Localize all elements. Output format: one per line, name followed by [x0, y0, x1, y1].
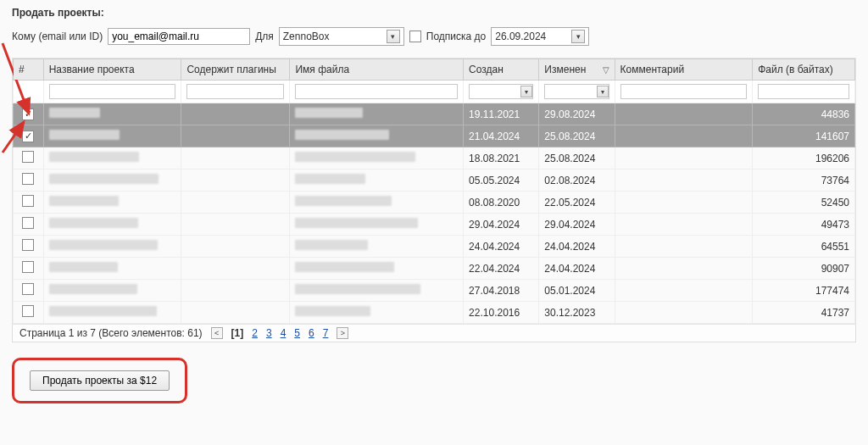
- cell-modified: 25.08.2024: [539, 125, 615, 147]
- row-checkbox[interactable]: [22, 195, 34, 207]
- cell-size: 52450: [753, 192, 855, 214]
- col-header-comment[interactable]: Комментарий: [615, 59, 753, 81]
- col-header-plugins[interactable]: Содержит плагины: [181, 59, 290, 81]
- filter-name-input[interactable]: [49, 84, 176, 99]
- cell-modified: 24.04.2024: [539, 258, 615, 280]
- col-header-modified[interactable]: Изменен ▽: [539, 59, 615, 81]
- filter-modified-select[interactable]: ▾: [544, 84, 609, 99]
- for-select-value: ZennoBox: [283, 31, 330, 42]
- cell-name-redacted: [49, 218, 138, 228]
- chevron-down-icon: ▾: [597, 86, 609, 97]
- pager-page-link[interactable]: 7: [323, 327, 329, 339]
- cell-created: 22.10.2016: [464, 302, 539, 324]
- cell-file-redacted: [295, 306, 370, 316]
- table-row[interactable]: 18.08.202125.08.2024196206: [14, 147, 855, 170]
- cell-file-redacted: [295, 262, 394, 272]
- chevron-down-icon: ▾: [520, 86, 532, 97]
- filter-file-input[interactable]: [295, 84, 458, 99]
- cell-size: 196206: [753, 147, 855, 170]
- pager-page-link[interactable]: 6: [309, 327, 314, 339]
- table-row[interactable]: 22.04.202424.04.202490907: [14, 258, 855, 280]
- to-label: Кому (email или ID): [12, 31, 103, 42]
- cell-file-redacted: [295, 174, 365, 184]
- cell-created: 21.04.2024: [464, 125, 539, 147]
- table-row[interactable]: 22.10.201630.12.202341737: [14, 302, 855, 324]
- cell-modified: 29.08.2024: [539, 103, 615, 125]
- cell-modified: 22.05.2024: [539, 192, 615, 214]
- cell-size: 49473: [753, 214, 855, 236]
- pager-prev-button[interactable]: <: [211, 327, 223, 339]
- filter-created-select[interactable]: ▾: [469, 84, 533, 99]
- table-row[interactable]: 05.05.202402.08.202473764: [14, 170, 855, 192]
- pager-page-link[interactable]: 2: [252, 327, 258, 339]
- for-select[interactable]: ZennoBox ▾: [279, 27, 404, 46]
- pager-next-button[interactable]: >: [337, 327, 348, 339]
- pager-page-link[interactable]: 5: [294, 327, 300, 339]
- cell-size: 73764: [753, 170, 855, 192]
- cell-size: 44836: [753, 103, 855, 125]
- cell-size: 41737: [753, 302, 855, 324]
- row-checkbox[interactable]: [22, 305, 34, 317]
- cell-file-redacted: [295, 130, 389, 140]
- pager-current-page: [1]: [231, 327, 244, 339]
- subscription-date-select[interactable]: 26.09.2024 ▾: [491, 27, 589, 46]
- chevron-down-icon: ▾: [571, 30, 585, 43]
- cell-name-redacted: [49, 284, 137, 294]
- cell-file-redacted: [295, 196, 392, 206]
- row-checkbox[interactable]: [22, 173, 34, 185]
- cell-name-redacted: [49, 240, 158, 250]
- cell-size: 177474: [753, 280, 855, 302]
- row-checkbox[interactable]: [22, 261, 34, 273]
- cell-size: 141607: [753, 125, 855, 147]
- cell-modified: 05.01.2024: [539, 280, 615, 302]
- pager: Страница 1 из 7 (Всего элементов: 61) < …: [12, 325, 856, 342]
- table-row[interactable]: 27.04.201805.01.2024177474: [14, 280, 855, 302]
- row-checkbox[interactable]: [22, 131, 34, 142]
- cell-modified: 25.08.2024: [539, 147, 615, 170]
- to-email-input[interactable]: [108, 28, 250, 45]
- table-filter-row: ▾ ▾: [14, 81, 855, 103]
- filter-comment-input[interactable]: [620, 84, 748, 99]
- row-checkbox[interactable]: [22, 151, 34, 163]
- col-header-file[interactable]: Имя файла: [290, 59, 464, 81]
- filter-size-input[interactable]: [758, 84, 849, 99]
- col-header-size[interactable]: Файл (в байтах): [753, 59, 855, 81]
- table-row[interactable]: 19.11.202129.08.202444836: [14, 103, 855, 125]
- cell-modified: 30.12.2023: [539, 302, 615, 324]
- row-checkbox[interactable]: [22, 217, 34, 229]
- subscription-date-value: 26.09.2024: [495, 31, 546, 42]
- table-row[interactable]: 21.04.202425.08.2024141607: [14, 125, 855, 147]
- cell-file-redacted: [295, 108, 363, 118]
- sell-projects-button[interactable]: Продать проекты за $12: [30, 370, 170, 391]
- cell-file-redacted: [295, 152, 415, 162]
- row-checkbox[interactable]: [22, 108, 34, 120]
- table-row[interactable]: 24.04.202424.04.202464551: [14, 236, 855, 258]
- cell-created: 29.04.2024: [464, 214, 539, 236]
- cell-modified: 29.04.2024: [539, 214, 615, 236]
- form-row: Кому (email или ID) Для ZennoBox ▾ Подпи…: [12, 27, 856, 46]
- filter-plugins-input[interactable]: [186, 84, 284, 99]
- pager-page-link[interactable]: 4: [281, 327, 287, 339]
- pager-page-link[interactable]: 3: [266, 327, 272, 339]
- cell-name-redacted: [49, 108, 100, 118]
- col-header-checkbox[interactable]: #: [14, 59, 44, 81]
- col-header-created[interactable]: Создан: [464, 59, 539, 81]
- sort-desc-icon: ▽: [603, 65, 609, 75]
- table-row[interactable]: 08.08.202022.05.202452450: [14, 192, 855, 214]
- cell-created: 18.08.2021: [464, 147, 539, 170]
- row-checkbox[interactable]: [22, 283, 34, 295]
- subscription-checkbox[interactable]: [409, 31, 421, 42]
- cell-name-redacted: [49, 152, 139, 162]
- table-row[interactable]: 29.04.202429.04.202449473: [14, 214, 855, 236]
- projects-table: # Название проекта Содержит плагины Имя …: [13, 58, 855, 324]
- cell-created: 05.05.2024: [464, 170, 539, 192]
- row-checkbox[interactable]: [22, 239, 34, 251]
- cell-file-redacted: [295, 284, 420, 294]
- cell-created: 22.04.2024: [464, 258, 539, 280]
- for-label: Для: [255, 31, 274, 42]
- cell-size: 90907: [753, 258, 855, 280]
- projects-table-wrap: # Название проекта Содержит плагины Имя …: [12, 58, 856, 325]
- col-header-name[interactable]: Название проекта: [43, 59, 181, 81]
- subscription-label: Подписка до: [426, 31, 486, 42]
- cell-name-redacted: [49, 306, 157, 316]
